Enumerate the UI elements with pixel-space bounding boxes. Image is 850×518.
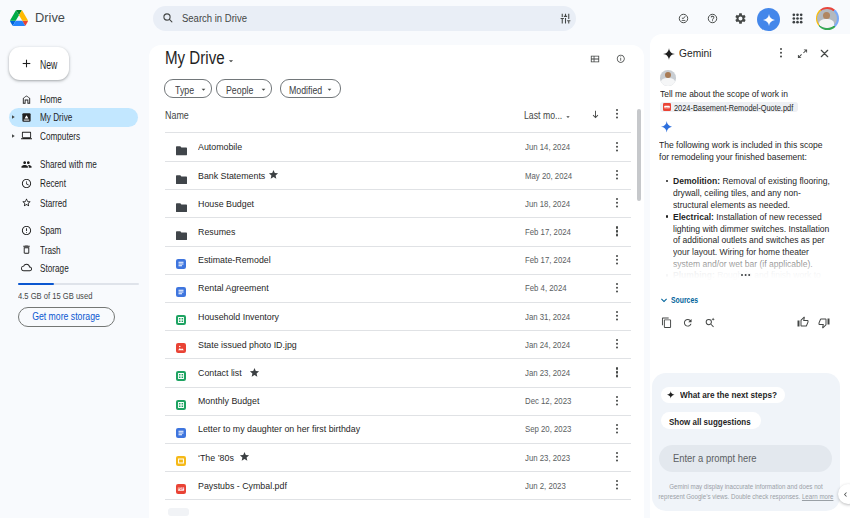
svg-text:PDF: PDF — [664, 106, 669, 108]
svg-text:PDF: PDF — [179, 487, 185, 491]
